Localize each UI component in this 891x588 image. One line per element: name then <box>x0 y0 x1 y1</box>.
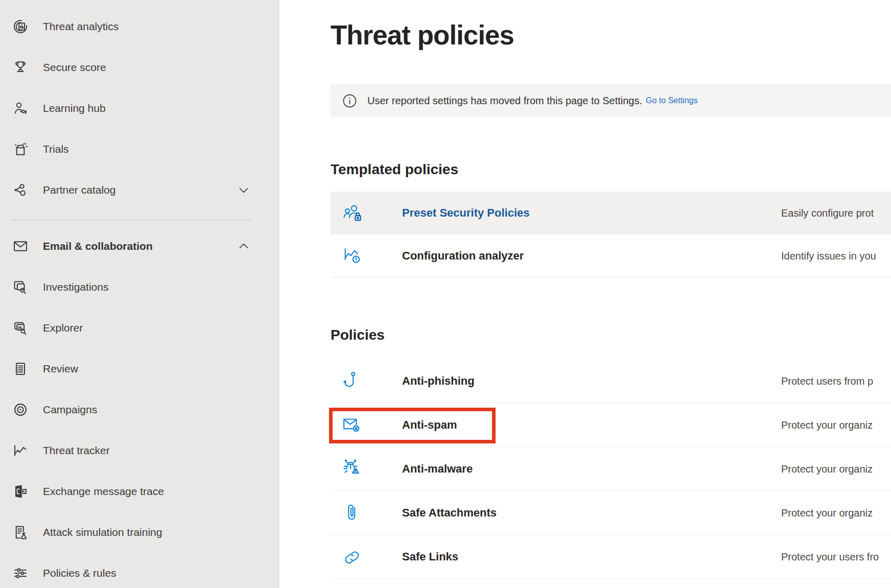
info-banner: User reported settings has moved from th… <box>331 84 891 117</box>
policy-description: Identify issues in you <box>781 250 876 262</box>
info-icon <box>342 93 358 109</box>
chevron-down-icon[interactable] <box>237 183 250 197</box>
policy-label[interactable]: Safe Links <box>402 550 458 563</box>
section-heading: Policies <box>331 326 891 344</box>
section-heading: Templated policies <box>331 161 891 178</box>
policy-row-safe-links[interactable]: Safe Links Protect your users fro <box>331 535 891 579</box>
explorer-icon <box>12 320 29 336</box>
banner-message: User reported settings has moved from th… <box>367 95 642 107</box>
sidebar-item-email-collaboration[interactable]: Email & collaboration <box>0 226 279 267</box>
policy-description: Protect your organiz <box>781 419 873 431</box>
sidebar-item-label: Email & collaboration <box>43 240 153 252</box>
policy-row-configuration-analyzer[interactable]: Configuration analyzer Identify issues i… <box>331 234 891 277</box>
learning-hub-icon <box>12 100 29 116</box>
campaigns-icon <box>12 402 29 418</box>
review-icon <box>12 361 29 377</box>
secure-score-icon <box>12 59 29 76</box>
exchange-icon <box>12 483 29 500</box>
safe-links-icon <box>340 545 364 569</box>
anti-phishing-icon <box>340 369 364 393</box>
sidebar-item-label: Review <box>43 363 78 375</box>
policy-description: Protect your organiz <box>781 507 873 519</box>
sidebar-item-label: Campaigns <box>43 404 97 416</box>
sidebar-item-label: Investigations <box>43 281 108 293</box>
policy-description: Easily configure prot <box>781 207 874 219</box>
sidebar-item-threat-analytics[interactable]: Threat analytics <box>0 6 279 47</box>
sidebar-item-threat-tracker[interactable]: Threat tracker <box>0 430 279 471</box>
policy-description: Protect your organiz <box>781 463 873 475</box>
sidebar-item-label: Learning hub <box>43 102 106 114</box>
policy-label[interactable]: Preset Security Policies <box>402 206 529 220</box>
sidebar-item-label: Threat analytics <box>43 20 119 33</box>
anti-malware-icon <box>340 457 364 481</box>
policy-row-anti-spam[interactable]: Anti-spam Protect your organiz <box>331 403 891 447</box>
preset-security-policies-icon <box>340 201 364 225</box>
sidebar-item-learning-hub[interactable]: Learning hub <box>0 88 279 129</box>
policies-rules-icon <box>12 565 29 581</box>
main-content: Threat policies User reported settings h… <box>279 0 891 588</box>
sidebar-item-exchange-message-trace[interactable]: Exchange message trace <box>0 471 279 512</box>
sidebar-item-policies-rules[interactable]: Policies & rules <box>0 553 279 588</box>
sidebar-item-campaigns[interactable]: Campaigns <box>0 389 279 430</box>
sidebar-item-label: Explorer <box>43 322 83 334</box>
policy-description: Protect your users fro <box>781 551 879 562</box>
threat-analytics-icon <box>12 18 29 35</box>
sidebar-item-label: Partner catalog <box>43 184 115 196</box>
policy-row-preset-security-policies[interactable]: Preset Security Policies Easily configur… <box>331 192 891 234</box>
page-title: Threat policies <box>331 18 891 52</box>
policy-label[interactable]: Anti-spam <box>402 418 457 432</box>
policy-row-anti-malware[interactable]: Anti-malware Protect your organiz <box>331 447 891 491</box>
sidebar-divider <box>11 220 251 220</box>
sidebar-item-label: Policies & rules <box>43 567 116 579</box>
policy-label[interactable]: Anti-malware <box>402 462 473 476</box>
policy-label[interactable]: Anti-phishing <box>402 374 475 388</box>
sidebar-item-partner-catalog[interactable]: Partner catalog <box>0 170 279 210</box>
email-icon <box>12 238 29 254</box>
go-to-settings-link[interactable]: Go to Settings <box>646 96 697 105</box>
configuration-analyzer-icon <box>340 244 364 268</box>
investigations-icon <box>12 279 29 295</box>
policy-label[interactable]: Configuration analyzer <box>402 249 524 263</box>
chevron-up-icon[interactable] <box>237 240 250 253</box>
sidebar-item-trials[interactable]: Trials <box>0 129 279 170</box>
policy-label[interactable]: Safe Attachments <box>402 506 497 520</box>
anti-spam-icon <box>340 413 364 437</box>
sidebar-item-secure-score[interactable]: Secure score <box>0 47 279 88</box>
templated-policies-section: Templated policies Preset Security Polic… <box>331 161 891 277</box>
sidebar-item-label: Secure score <box>43 61 106 74</box>
sidebar-item-explorer[interactable]: Explorer <box>0 308 279 348</box>
policy-description: Protect users from p <box>781 375 873 387</box>
sidebar-item-label: Trials <box>43 143 69 155</box>
sidebar-item-investigations[interactable]: Investigations <box>0 267 279 308</box>
partner-catalog-icon <box>12 182 29 198</box>
policy-row-safe-attachments[interactable]: Safe Attachments Protect your organiz <box>331 491 891 535</box>
sidebar-item-review[interactable]: Review <box>0 348 279 389</box>
safe-attachments-icon <box>340 501 364 525</box>
policies-section: Policies Anti-phishing Protect users fro… <box>331 326 891 579</box>
trials-icon <box>12 141 29 157</box>
threat-tracker-icon <box>12 442 29 459</box>
attack-simulation-icon <box>12 524 29 540</box>
left-navigation-sidebar: Threat analytics Secure score Learning h… <box>0 0 279 588</box>
policy-row-anti-phishing[interactable]: Anti-phishing Protect users from p <box>331 359 891 403</box>
sidebar-item-label: Attack simulation training <box>43 526 162 538</box>
sidebar-item-attack-simulation-training[interactable]: Attack simulation training <box>0 512 279 553</box>
sidebar-item-label: Exchange message trace <box>43 485 164 498</box>
sidebar-item-label: Threat tracker <box>43 444 110 457</box>
